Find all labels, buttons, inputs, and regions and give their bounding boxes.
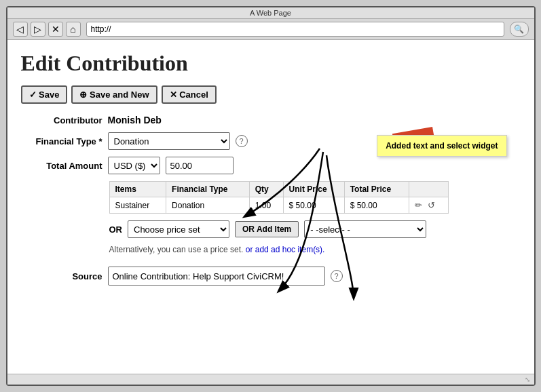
or-label: OR: [109, 224, 123, 235]
contributor-name: Monish Deb: [108, 115, 162, 125]
question-mark-icon: ?: [239, 137, 243, 145]
row-qty: 1.00: [249, 197, 283, 214]
save-button[interactable]: ✓ Save: [21, 85, 68, 104]
total-amount-row: Total Amount USD ($): [21, 157, 521, 174]
amount-input[interactable]: [166, 157, 234, 174]
edit-icon[interactable]: ✏: [415, 200, 422, 210]
page-title: Edit Contribution: [21, 51, 521, 76]
back-button[interactable]: ◁: [13, 22, 28, 37]
home-button[interactable]: ⌂: [66, 22, 81, 37]
col-unit-price: Unit Price: [283, 182, 344, 197]
contributor-label: Contributor: [21, 115, 102, 125]
search-icon: 🔍: [514, 24, 524, 34]
reset-icon[interactable]: ↺: [428, 200, 435, 210]
row-unit-price: $ 50.00: [283, 197, 344, 214]
contributor-row: Contributor Monish Deb: [21, 115, 521, 125]
price-set-select[interactable]: Choose price set: [128, 220, 229, 238]
row-actions: ✏ ↺: [409, 197, 448, 214]
col-qty: Qty: [249, 182, 283, 197]
save-and-new-button[interactable]: ⊕ Save and New: [71, 85, 157, 104]
line-items-table: Items Financial Type Qty Unit Price Tota…: [109, 181, 449, 214]
search-button[interactable]: 🔍: [510, 22, 529, 37]
source-help-icon[interactable]: ?: [331, 270, 343, 282]
source-row: Source ?: [21, 267, 521, 286]
total-amount-label: Total Amount: [21, 161, 102, 171]
line-items-section: Items Financial Type Qty Unit Price Tota…: [21, 181, 521, 214]
url-bar[interactable]: [86, 22, 504, 37]
cancel-button[interactable]: ✕ Cancel: [162, 85, 217, 104]
browser-footer: ⤡: [7, 374, 534, 385]
toolbar-buttons: ✓ Save ⊕ Save and New ✕ Cancel: [21, 85, 521, 104]
annotation-text: Added text and select widget: [386, 141, 498, 151]
source-label: Source: [21, 271, 102, 281]
currency-select[interactable]: USD ($): [108, 157, 160, 174]
browser-title: A Web Page: [250, 9, 291, 17]
col-total-price: Total Price: [344, 182, 409, 197]
table-row: Sustainer Donation 1.00 $ 50.00 $ 50.00 …: [109, 197, 448, 214]
source-input[interactable]: [108, 267, 325, 286]
source-question-mark-icon: ?: [334, 272, 338, 280]
col-actions: [409, 182, 448, 197]
col-items: Items: [109, 182, 166, 197]
table-header-row: Items Financial Type Qty Unit Price Tota…: [109, 182, 448, 197]
browser-titlebar: A Web Page: [7, 7, 534, 19]
annotation-box: Added text and select widget: [377, 135, 506, 157]
close-button[interactable]: ✕: [48, 22, 63, 37]
hint-text-row: Alternatively, you can use a price set. …: [109, 245, 521, 254]
financial-type-label: Financial Type *: [21, 136, 102, 146]
row-item: Sustainer: [109, 197, 166, 214]
or-add-item-button[interactable]: OR Add Item: [235, 221, 299, 237]
browser-toolbar: ◁ ▷ ✕ ⌂ 🔍: [7, 19, 534, 40]
col-financial-type: Financial Type: [166, 182, 250, 197]
row-financial-type: Donation: [166, 197, 250, 214]
browser-window: A Web Page ◁ ▷ ✕ ⌂ 🔍 Edit Contribution ✓…: [6, 6, 536, 386]
add-adhoc-link[interactable]: or add ad hoc item(s).: [246, 245, 325, 254]
resize-handle: ⤡: [525, 376, 530, 383]
row-total-price: $ 50.00: [344, 197, 409, 214]
browser-content: Edit Contribution ✓ Save ⊕ Save and New …: [7, 40, 534, 374]
financial-type-select[interactable]: Donation: [108, 132, 230, 150]
financial-type-help-icon[interactable]: ?: [236, 135, 248, 147]
adhoc-select[interactable]: - -select- -: [304, 220, 426, 238]
hint-text-main: Alternatively, you can use a price set.: [109, 245, 244, 254]
price-set-row: OR Choose price set OR Add Item - -selec…: [109, 220, 521, 238]
forward-button[interactable]: ▷: [31, 22, 45, 37]
